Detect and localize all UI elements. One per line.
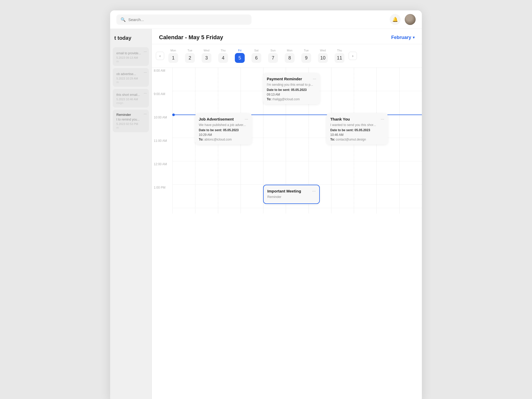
item-more-icon[interactable]: ··· [144,112,147,116]
item-desc: this short email... [116,93,145,97]
day-cell-1[interactable]: Mon 1 [166,47,181,64]
event-card-thank-you[interactable]: Thank You ··· I wanted to send you this … [327,113,388,144]
events-area: 8:00 AM 9:00 AM 10:00 AM 11:00 AM 12:00 … [152,68,422,224]
day-num: 10 [318,53,328,63]
day-cell-5-active[interactable]: Fri 5 [232,47,247,64]
day-cell-7[interactable]: Sun 7 [265,47,281,64]
item-date: 5.2023 10:29 AM [116,77,145,80]
event-time-row: 10:46 AM [330,133,384,137]
item-more-icon[interactable]: ··· [144,91,147,95]
search-box[interactable]: 🔍 [116,15,251,25]
main-layout: t today ··· email to provide... 5.2023 0… [110,29,422,399]
item-tag: m [116,60,145,63]
day-cell-2[interactable]: Tue 2 [182,47,197,64]
calendar-area: Calendar - May 5 Friday February ▾ ‹ Mon… [152,29,422,399]
chevron-down-icon: ▾ [413,35,415,39]
day-cell-9[interactable]: Tue 9 [299,47,314,64]
day-label: Sat [254,49,259,52]
top-bar: 🔍 🔔 [110,10,422,29]
item-date: 5.2023 02:53 PM [116,122,145,125]
notifications-button[interactable]: 🔔 [390,14,401,25]
list-item[interactable]: ··· this short email... 5.2023 10:46 AM … [113,89,149,108]
day-num: 4 [218,53,228,63]
event-body: I'm sending you this email to p... [267,83,316,87]
event-title: Job Advertisement [199,117,234,121]
item-desc: ob advertise... [116,72,145,76]
next-week-button[interactable]: › [349,52,357,60]
day-label: Fri [238,49,242,52]
sidebar: t today ··· email to provide... 5.2023 0… [110,29,152,399]
day-num: 9 [301,53,311,63]
time-slot-8am: 8:00 AM [152,68,172,91]
day-num: 11 [335,53,344,63]
day-label: Mon [287,49,292,52]
day-cell-8[interactable]: Mon 8 [282,47,297,64]
event-card-important-meeting[interactable]: Important Meeting ··· Reminder [263,185,320,204]
day-cell-3[interactable]: Wed 3 [199,47,214,64]
event-title: Thank You [330,117,350,121]
event-to-row: To: abtonc@icloud.com [199,138,248,141]
item-desc: t to remind you... [116,118,145,121]
day-cell-4[interactable]: Thu 4 [216,47,231,64]
day-label: Sun [270,49,276,52]
list-item[interactable]: ··· Reminder t to remind you... 5.2023 0… [113,110,149,132]
event-date-row: Date to be sent: 05.05.2023 [199,128,248,132]
time-slot-1pm: 1:00 PM [152,185,172,208]
month-selector[interactable]: February ▾ [391,35,415,40]
day-label: Tue [188,49,192,52]
day-cell-11[interactable]: Thu 11 [332,47,347,64]
sidebar-header: t today [110,33,151,45]
day-num: 7 [268,53,278,63]
event-body: Reminder [267,195,316,199]
prev-week-button[interactable]: ‹ [156,52,164,60]
item-desc: email to provide... [116,51,145,55]
search-icon: 🔍 [121,17,126,22]
item-more-icon[interactable]: ··· [144,70,147,74]
calendar-header: Calendar - May 5 Friday February ▾ [152,29,422,44]
time-slot-11am: 11:00 AM [152,138,172,161]
item-tag: m [116,81,145,84]
day-label: Thu [221,49,226,52]
day-num: 6 [251,53,261,63]
event-card-header: Payment Reminder ··· [267,77,316,81]
event-date-row: Date to be sent: 05.05.2023 [267,88,316,92]
day-label: Wed [204,49,209,52]
event-card-header: Thank You ··· [330,117,384,122]
item-date: 5.2023 10:46 AM [116,98,145,101]
day-num-active: 5 [235,53,245,63]
event-more-icon[interactable]: ··· [312,189,316,194]
event-card-job-advertisement[interactable]: Job Advertisement ··· We have published … [195,113,252,144]
event-title: Important Meeting [267,189,301,193]
event-body: We have published a job adver... [199,123,248,127]
item-more-icon[interactable]: ··· [144,49,147,54]
day-num: 3 [202,53,211,63]
avatar[interactable] [405,14,416,25]
time-label: 1:00 PM [154,186,165,189]
event-card-header: Important Meeting ··· [267,189,316,194]
day-num: 2 [185,53,195,63]
event-to-row: To: contact@umut.design [330,138,384,141]
event-to-row: To: rhaligg@icloud.com [267,97,316,101]
bell-icon: 🔔 [392,17,398,22]
list-item[interactable]: ··· ob advertise... 5.2023 10:29 AM m [113,68,149,87]
day-num: 8 [285,53,295,63]
event-time-row: 10:29 AM [199,133,248,137]
search-input[interactable] [128,17,247,22]
day-num: 1 [168,53,178,63]
day-cell-10[interactable]: Wed 10 [315,47,330,64]
time-labels: 8:00 AM 9:00 AM 10:00 AM 11:00 AM 12:00 … [152,68,172,208]
time-slot-9am: 9:00 AM [152,91,172,115]
event-more-icon[interactable]: ··· [381,117,384,122]
event-card-payment-reminder[interactable]: Payment Reminder ··· I'm sending you thi… [263,73,320,104]
event-card-header: Job Advertisement ··· [199,117,248,122]
event-more-icon[interactable]: ··· [313,77,316,81]
day-label: Thu [337,49,342,52]
avatar-image [405,14,416,25]
time-slot-10am: 10:00 AM [152,115,172,138]
item-tag: esign [116,101,145,104]
event-more-icon[interactable]: ··· [245,117,248,122]
calendar-title: Calendar - May 5 Friday [159,34,223,41]
day-label: Tue [304,49,309,52]
day-cell-6[interactable]: Sat 6 [249,47,264,64]
list-item[interactable]: ··· email to provide... 5.2023 09:13 AM … [113,47,149,66]
